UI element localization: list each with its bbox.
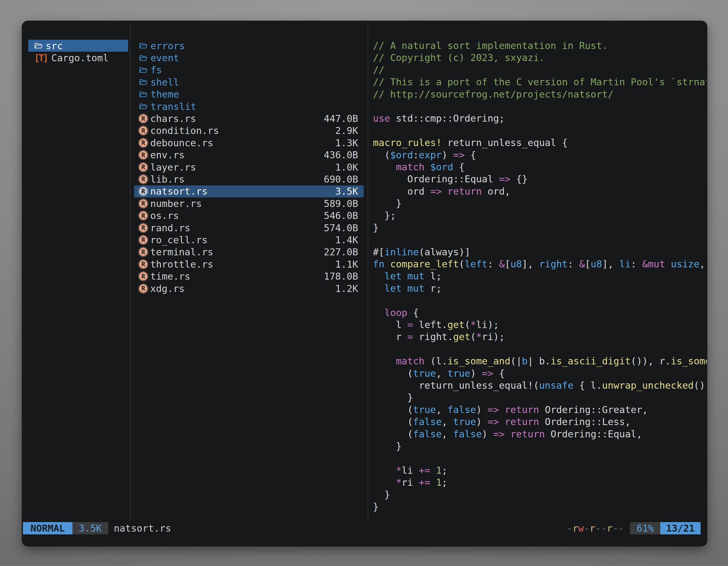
file-row-time.rs[interactable]: Rtime.rs178.0B <box>134 270 364 282</box>
file-row-terminal.rs[interactable]: Rterminal.rs227.0B <box>134 246 364 258</box>
open-folder-icon <box>139 78 148 86</box>
parent-item-src[interactable]: src <box>28 40 128 52</box>
file-size: 1.1K <box>335 259 364 270</box>
file-size: 574.0B <box>324 222 364 234</box>
file-size: 178.0B <box>324 271 364 282</box>
rust-file-icon: R <box>139 114 147 123</box>
file-size: 227.0B <box>324 247 364 258</box>
scroll-percent-badge: 61% <box>630 522 660 534</box>
code-line: let mut l; <box>373 270 707 282</box>
file-name: shell <box>151 77 179 88</box>
code-line: Ordering::Equal => {} <box>373 173 707 185</box>
code-line: }; <box>373 210 707 222</box>
open-folder-icon <box>139 54 148 62</box>
file-row-debounce.rs[interactable]: Rdebounce.rs1.3K <box>134 137 364 149</box>
code-line: (false, false) => return Ordering::Equal… <box>373 428 707 440</box>
open-folder-icon <box>34 42 43 50</box>
permissions-text: -rw-r--r-- <box>567 523 624 534</box>
preview-pane: // A natural sort implementation in Rust… <box>368 25 707 521</box>
rust-file-icon: R <box>139 236 147 244</box>
file-row-throttle.rs[interactable]: Rthrottle.rs1.1K <box>134 258 364 270</box>
rust-file-icon: R <box>139 126 147 135</box>
file-size-badge: 3.5K <box>72 522 108 534</box>
rust-file-icon: R <box>139 200 147 208</box>
rust-file-icon: R <box>139 260 147 269</box>
open-folder-icon <box>139 66 148 74</box>
rust-file-icon: R <box>139 224 147 232</box>
file-name: natsort.rs <box>150 186 208 197</box>
file-size: 1.4K <box>335 234 364 246</box>
file-row-layer.rs[interactable]: Rlayer.rs1.0K <box>134 161 364 173</box>
code-line: r = right.get(*ri); <box>373 331 707 343</box>
code-line: (true, false) => return Ordering::Greate… <box>373 404 707 416</box>
file-row-translit[interactable]: translit <box>134 100 364 112</box>
code-line: match $ord { <box>373 161 707 173</box>
file-row-chars.rs[interactable]: Rchars.rs447.0B <box>134 112 364 125</box>
code-line: // A natural sort implementation in Rust… <box>373 40 707 52</box>
rust-file-icon: R <box>139 163 147 172</box>
file-row-ro_cell.rs[interactable]: Rro_cell.rs1.4K <box>134 234 364 246</box>
file-row-number.rs[interactable]: Rnumber.rs589.0B <box>134 198 364 210</box>
file-name: event <box>151 52 179 64</box>
file-row-event[interactable]: event <box>134 52 364 64</box>
file-size: 1.2K <box>335 283 364 294</box>
code-line: (true, true) => { <box>373 367 707 379</box>
code-line: } <box>373 440 707 452</box>
file-size: 589.0B <box>324 198 364 209</box>
file-name: env.rs <box>150 149 185 161</box>
file-row-xdg.rs[interactable]: Rxdg.rs1.2K <box>134 283 364 294</box>
status-bar: NORMAL 3.5K natsort.rs -rw-r--r-- 61% 13… <box>23 522 707 534</box>
code-line: match (l.is_some_and(|b| b.is_ascii_digi… <box>373 355 707 367</box>
open-folder-icon <box>139 102 148 111</box>
code-line: } <box>373 391 707 403</box>
file-name: number.rs <box>150 198 202 209</box>
file-size: 1.0K <box>335 162 364 173</box>
code-line: ($ord:expr) => { <box>373 149 707 161</box>
file-row-errors[interactable]: errors <box>134 40 364 52</box>
file-row-fs[interactable]: fs <box>134 64 364 76</box>
rust-file-icon: R <box>139 151 147 159</box>
status-right-group: -rw-r--r-- 61% 13/21 <box>567 522 707 534</box>
file-row-condition.rs[interactable]: Rcondition.rs2.9K <box>134 125 364 137</box>
code-line <box>373 100 707 112</box>
file-size: 436.0B <box>324 149 364 161</box>
file-name: translit <box>151 101 196 112</box>
code-line: let mut r; <box>373 283 707 294</box>
file-name: lib.rs <box>150 174 185 185</box>
file-name: debounce.rs <box>150 137 213 149</box>
file-size: 546.0B <box>324 210 364 221</box>
code-line: (false, true) => return Ordering::Less, <box>373 416 707 428</box>
file-row-shell[interactable]: shell <box>134 76 364 88</box>
code-line: } <box>373 488 707 501</box>
file-row-rand.rs[interactable]: Rrand.rs574.0B <box>134 222 364 234</box>
file-row-env.rs[interactable]: Renv.rs436.0B <box>134 149 364 161</box>
rust-file-icon: R <box>139 187 147 196</box>
rust-file-icon: R <box>139 212 147 220</box>
file-name: time.rs <box>150 271 190 282</box>
file-name: theme <box>151 89 179 100</box>
code-line: #[inline(always)] <box>373 246 707 258</box>
file-name: chars.rs <box>150 113 196 124</box>
file-row-natsort.rs[interactable]: Rnatsort.rs3.5K <box>134 186 364 198</box>
code-line: // <box>373 64 707 76</box>
code-line <box>373 452 707 464</box>
item-label: Cargo.toml <box>51 52 109 64</box>
file-name: condition.rs <box>150 125 219 136</box>
file-size: 447.0B <box>324 113 364 124</box>
item-label: src <box>46 40 63 51</box>
terminal-area: src[T]Cargo.toml errorseventfsshelltheme… <box>22 21 707 546</box>
code-line <box>373 343 707 355</box>
code-line: return_unless_equal!(unsafe { l.unwrap_u… <box>373 379 707 391</box>
file-row-theme[interactable]: theme <box>134 88 364 100</box>
rust-file-icon: R <box>139 284 147 293</box>
file-row-os.rs[interactable]: Ros.rs546.0B <box>134 210 364 222</box>
parent-item-Cargo.toml[interactable]: [T]Cargo.toml <box>28 52 128 64</box>
file-size: 3.5K <box>335 186 364 197</box>
file-name: ro_cell.rs <box>150 234 208 246</box>
mode-badge: NORMAL <box>23 522 72 534</box>
open-folder-icon <box>139 42 148 50</box>
file-name: xdg.rs <box>150 283 185 294</box>
file-row-lib.rs[interactable]: Rlib.rs690.0B <box>134 173 364 185</box>
code-line: } <box>373 198 707 210</box>
file-size: 2.9K <box>335 125 364 136</box>
